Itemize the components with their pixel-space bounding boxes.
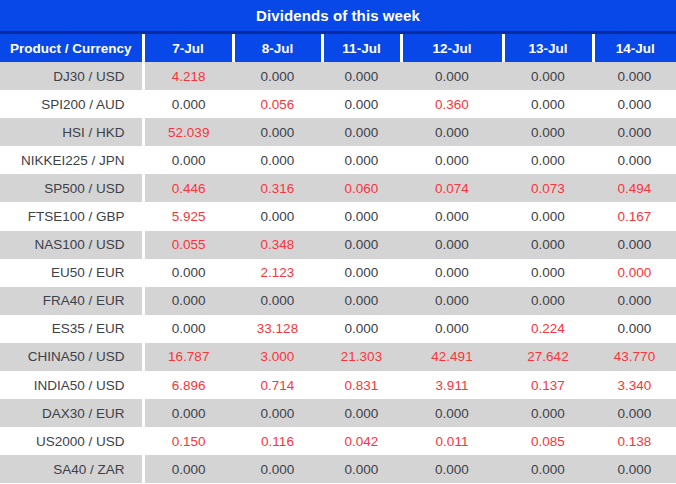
dividend-value-cell: 0.000 (322, 202, 401, 230)
dividend-value-cell: 0.116 (233, 427, 322, 455)
dividend-value-cell: 3.911 (401, 371, 503, 399)
dividend-value-cell: 0.000 (593, 146, 676, 174)
dividend-value-cell: 0.000 (401, 259, 503, 287)
table-row: FRA40 / EUR0.0000.0000.0000.0000.0000.00… (0, 287, 676, 315)
dividend-value-cell: 0.000 (143, 259, 233, 287)
dividend-value-cell: 0.000 (593, 62, 676, 90)
dividend-value-cell: 0.074 (401, 174, 503, 202)
dividend-value-cell: 0.000 (401, 62, 503, 90)
table-row: INDIA50 / USD6.8960.7140.8313.9110.1373.… (0, 371, 676, 399)
dividend-value-cell: 0.000 (593, 287, 676, 315)
table-row: SA40 / ZAR0.0000.0000.0000.0000.0000.000 (0, 455, 676, 483)
product-cell: ES35 / EUR (0, 315, 143, 343)
product-cell: DJ30 / USD (0, 62, 143, 90)
dividend-value-cell: 0.137 (503, 371, 593, 399)
dividend-value-cell: 3.340 (593, 371, 676, 399)
product-cell: NAS100 / USD (0, 231, 143, 259)
product-column-header: Product / Currency (0, 34, 143, 62)
dividend-value-cell: 0.000 (593, 455, 676, 483)
table-row: US2000 / USD0.1500.1160.0420.0110.0850.1… (0, 427, 676, 455)
product-cell: US2000 / USD (0, 427, 143, 455)
dividend-value-cell: 0.000 (322, 90, 401, 118)
dividend-value-cell: 33.128 (233, 315, 322, 343)
dividend-value-cell: 0.494 (593, 174, 676, 202)
product-cell: DAX30 / EUR (0, 399, 143, 427)
dividend-value-cell: 0.085 (503, 427, 593, 455)
dividend-value-cell: 0.000 (322, 231, 401, 259)
dividend-value-cell: 0.000 (401, 315, 503, 343)
dividend-value-cell: 0.000 (593, 399, 676, 427)
table-body: DJ30 / USD4.2180.0000.0000.0000.0000.000… (0, 62, 676, 483)
dividend-value-cell: 4.218 (143, 62, 233, 90)
dividend-value-cell: 0.000 (322, 287, 401, 315)
dividend-value-cell: 0.000 (143, 399, 233, 427)
dividend-value-cell: 0.000 (233, 455, 322, 483)
dividend-value-cell: 0.000 (593, 315, 676, 343)
dividend-value-cell: 6.896 (143, 371, 233, 399)
dividends-table: Product / Currency7-Jul8-Jul11-Jul12-Jul… (0, 34, 676, 483)
dividend-value-cell: 52.039 (143, 118, 233, 146)
product-cell: SPI200 / AUD (0, 90, 143, 118)
dividend-value-cell: 0.000 (401, 231, 503, 259)
dividend-value-cell: 0.714 (233, 371, 322, 399)
header-row: Product / Currency7-Jul8-Jul11-Jul12-Jul… (0, 34, 676, 62)
dividend-value-cell: 0.000 (322, 118, 401, 146)
table-row: SPI200 / AUD0.0000.0560.0000.3600.0000.0… (0, 90, 676, 118)
dividend-value-cell: 0.000 (143, 90, 233, 118)
dividend-value-cell: 0.831 (322, 371, 401, 399)
table-row: DAX30 / EUR0.0000.0000.0000.0000.0000.00… (0, 399, 676, 427)
table-row: HSI / HKD52.0390.0000.0000.0000.0000.000 (0, 118, 676, 146)
dividend-value-cell: 0.000 (503, 399, 593, 427)
dividend-value-cell: 0.000 (233, 202, 322, 230)
dividends-widget: Dividends of this week Product / Currenc… (0, 0, 676, 483)
dividend-value-cell: 0.000 (503, 455, 593, 483)
dividend-value-cell: 0.000 (401, 146, 503, 174)
product-cell: EU50 / EUR (0, 259, 143, 287)
dividend-value-cell: 0.000 (233, 287, 322, 315)
date-column-header: 8-Jul (233, 34, 322, 62)
table-row: NIKKEI225 / JPN0.0000.0000.0000.0000.000… (0, 146, 676, 174)
date-column-header: 12-Jul (401, 34, 503, 62)
dividend-value-cell: 0.000 (233, 399, 322, 427)
dividend-value-cell: 0.000 (233, 62, 322, 90)
dividend-value-cell: 0.000 (401, 399, 503, 427)
product-cell: SA40 / ZAR (0, 455, 143, 483)
date-column-header: 7-Jul (143, 34, 233, 62)
dividend-value-cell: 0.000 (322, 399, 401, 427)
dividend-value-cell: 5.925 (143, 202, 233, 230)
product-cell: NIKKEI225 / JPN (0, 146, 143, 174)
dividend-value-cell: 0.056 (233, 90, 322, 118)
dividend-value-cell: 0.000 (233, 146, 322, 174)
dividend-value-cell: 27.642 (503, 343, 593, 371)
dividend-value-cell: 0.224 (503, 315, 593, 343)
dividend-value-cell: 0.000 (322, 259, 401, 287)
dividend-value-cell: 0.000 (322, 455, 401, 483)
dividend-value-cell: 0.000 (593, 118, 676, 146)
dividend-value-cell: 3.000 (233, 343, 322, 371)
table-row: EU50 / EUR0.0002.1230.0000.0000.0000.000 (0, 259, 676, 287)
product-cell: SP500 / USD (0, 174, 143, 202)
table-row: SP500 / USD0.4460.3160.0600.0740.0730.49… (0, 174, 676, 202)
product-cell: FTSE100 / GBP (0, 202, 143, 230)
dividend-value-cell: 0.060 (322, 174, 401, 202)
dividend-value-cell: 0.000 (322, 62, 401, 90)
dividend-value-cell: 0.000 (143, 287, 233, 315)
dividend-value-cell: 0.000 (143, 455, 233, 483)
dividend-value-cell: 21.303 (322, 343, 401, 371)
dividend-value-cell: 0.042 (322, 427, 401, 455)
dividend-value-cell: 0.000 (503, 287, 593, 315)
table-row: NAS100 / USD0.0550.3480.0000.0000.0000.0… (0, 231, 676, 259)
product-cell: CHINA50 / USD (0, 343, 143, 371)
table-header: Product / Currency7-Jul8-Jul11-Jul12-Jul… (0, 34, 676, 62)
product-cell: INDIA50 / USD (0, 371, 143, 399)
dividend-value-cell: 0.000 (233, 118, 322, 146)
dividend-value-cell: 0.000 (593, 231, 676, 259)
dividend-value-cell: 0.011 (401, 427, 503, 455)
product-cell: HSI / HKD (0, 118, 143, 146)
dividend-value-cell: 0.055 (143, 231, 233, 259)
table-row: ES35 / EUR0.00033.1280.0000.0000.2240.00… (0, 315, 676, 343)
table-row: FTSE100 / GBP5.9250.0000.0000.0000.0000.… (0, 202, 676, 230)
date-column-header: 11-Jul (322, 34, 401, 62)
dividend-value-cell: 0.000 (322, 146, 401, 174)
dividend-value-cell: 0.000 (503, 259, 593, 287)
